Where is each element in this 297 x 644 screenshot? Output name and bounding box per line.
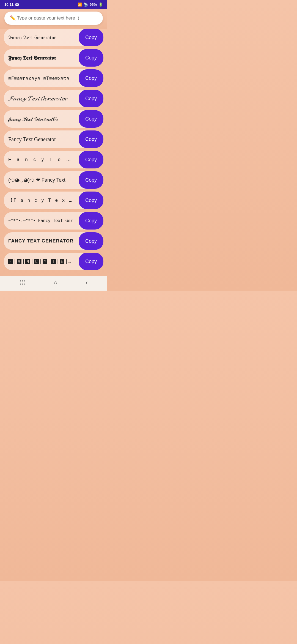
copy-button-5[interactable]: Copy xyxy=(79,110,103,128)
list-item: FANCY TEXT GENERATORCopy xyxy=(4,232,103,250)
copy-button-4[interactable]: Copy xyxy=(79,90,103,107)
fancy-text-12: 🅵|🅰|🅽|🅲|🆈 🆃|🅴|🆇|🆃|🅶|🅴|🅽 xyxy=(4,255,79,268)
fancy-text-9: 【F a n c y T e x t G xyxy=(4,194,79,207)
list-item: 𝒻𝒶𝓃𝒸𝓎 𝒯𝑒𝓍𝓉 𝒢𝑒𝓃𝑒𝓇𝒶𝓉𝒪𝓇Copy xyxy=(4,110,103,128)
fancy-text-5: 𝒻𝒶𝓃𝒸𝓎 𝒯𝑒𝓍𝓉 𝒢𝑒𝓃𝑒𝓇𝒶𝓉𝒪𝓇 xyxy=(4,113,79,125)
fancy-text-4: 𝓕𝓪𝓷𝓬𝔂 𝓣𝓮𝔁𝓽 𝓖𝓮𝓷𝓮𝓻𝓪𝓽𝓸𝓻 xyxy=(4,92,79,105)
copy-button-12[interactable]: Copy xyxy=(79,253,103,270)
copy-button-8[interactable]: Copy xyxy=(79,171,103,189)
copy-button-10[interactable]: Copy xyxy=(79,212,103,230)
list-item: F a n c y T e x t G e nCopy xyxy=(4,151,103,168)
image-icon: 🖼 xyxy=(15,2,19,7)
fancy-text-8: (つ◕◡◕)つ ❤ Fancy Text xyxy=(4,173,79,187)
wifi-icon: 📶 xyxy=(78,2,82,7)
home-icon[interactable]: ○ xyxy=(54,279,57,286)
back-icon[interactable]: ‹ xyxy=(86,279,87,286)
copy-button-3[interactable]: Copy xyxy=(79,69,103,87)
copy-button-6[interactable]: Copy xyxy=(79,130,103,148)
battery-icon: 🔋 xyxy=(98,2,103,7)
fancy-text-10: ~"*°•.~"*°• Fancy Text Ger xyxy=(4,215,79,227)
copy-button-1[interactable]: Copy xyxy=(79,29,103,46)
fancy-text-11: FANCY TEXT GENERATOR xyxy=(4,235,79,247)
fancy-text-7: F a n c y T e x t G e n xyxy=(4,154,79,166)
fancy-text-2: 𝕱𝖆𝖓𝖈𝖞 𝕿𝖊𝖝𝖙 𝕲𝖊𝖓𝖊𝖗𝖆𝖙𝖔𝖗 xyxy=(4,51,79,64)
time: 10:11 xyxy=(4,2,13,7)
list-item: (つ◕◡◕)つ ❤ Fancy TextCopy xyxy=(4,171,103,189)
status-bar: 10:11 🖼 📶 📡 95% 🔋 xyxy=(0,0,107,9)
signal-icon: 📡 xyxy=(84,2,88,7)
fancy-text-1: 𝔉𝔞𝔫𝔠𝔶 𝔗𝔢𝔵𝔱 𝔊𝔢𝔫𝔢𝔯𝔞𝔱𝔬𝔯 xyxy=(4,31,79,44)
list-item: ~"*°•.~"*°• Fancy Text GerCopy xyxy=(4,212,103,230)
list-item: 𝕱𝖆𝖓𝖈𝖞 𝕿𝖊𝖝𝖙 𝕲𝖊𝖓𝖊𝖗𝖆𝖙𝖔𝖗Copy xyxy=(4,49,103,67)
list-item: 𝓕𝓪𝓷𝓬𝔂 𝓣𝓮𝔁𝓽 𝓖𝓮𝓷𝓮𝓻𝓪𝓽𝓸𝓻Copy xyxy=(4,90,103,107)
list-item: 🅵|🅰|🅽|🅲|🆈 🆃|🅴|🆇|🆃|🅶|🅴|🅽Copy xyxy=(4,253,103,270)
menu-icon[interactable]: ⁞⁞⁞ xyxy=(20,279,25,286)
search-container xyxy=(0,9,107,29)
fancy-text-3: ≋F≋a≋n≋c≋y≋ ≋T≋e≋x≋t≋ xyxy=(4,72,79,84)
battery-level: 95% xyxy=(90,2,97,7)
status-right: 📶 📡 95% 🔋 xyxy=(78,2,103,7)
copy-button-7[interactable]: Copy xyxy=(79,151,103,168)
text-list: 𝔉𝔞𝔫𝔠𝔶 𝔗𝔢𝔵𝔱 𝔊𝔢𝔫𝔢𝔯𝔞𝔱𝔬𝔯Copy𝕱𝖆𝖓𝖈𝖞 𝕿𝖊𝖝𝖙 𝕲𝖊𝖓𝖊𝖗… xyxy=(0,29,107,276)
list-item: Fancy Text GeneratorCopy xyxy=(4,130,103,148)
list-item: 【F a n c y T e x t GCopy xyxy=(4,192,103,209)
search-input[interactable] xyxy=(4,12,103,25)
list-item: ≋F≋a≋n≋c≋y≋ ≋T≋e≋x≋t≋Copy xyxy=(4,69,103,87)
copy-button-11[interactable]: Copy xyxy=(79,232,103,250)
bottom-nav: ⁞⁞⁞ ○ ‹ xyxy=(0,276,107,291)
copy-button-2[interactable]: Copy xyxy=(79,49,103,67)
copy-button-9[interactable]: Copy xyxy=(79,192,103,209)
fancy-text-6: Fancy Text Generator xyxy=(4,133,79,146)
status-left: 10:11 🖼 xyxy=(4,2,19,7)
list-item: 𝔉𝔞𝔫𝔠𝔶 𝔗𝔢𝔵𝔱 𝔊𝔢𝔫𝔢𝔯𝔞𝔱𝔬𝔯Copy xyxy=(4,29,103,46)
